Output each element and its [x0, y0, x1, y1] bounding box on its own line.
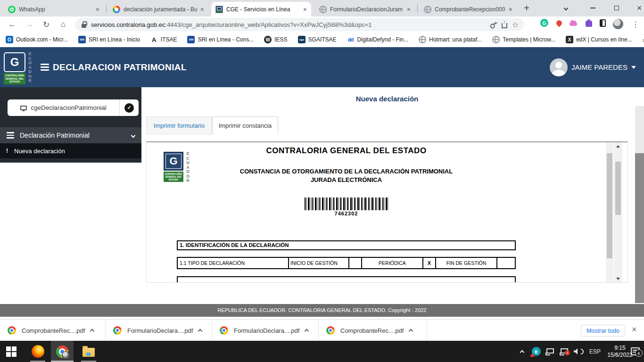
- tab-close-icon[interactable]: ×: [96, 6, 99, 13]
- tab-comprobante-pdf[interactable]: ComprobanteRecepcion0005 ×: [420, 2, 517, 16]
- tab-search-chevron-icon[interactable]: [556, 0, 575, 16]
- document-title: CONTRALORIA GENERAL DEL ESTADO: [177, 146, 516, 156]
- tab-imprimir-formulario[interactable]: Imprimir formulario: [146, 116, 212, 134]
- app-title: DECLARACION PATRIMONIAL: [53, 62, 187, 73]
- preview-outer-scrollbar[interactable]: [606, 142, 613, 283]
- extensions-puzzle-icon[interactable]: [586, 20, 592, 27]
- bookmark-star-icon[interactable]: ☆: [512, 20, 519, 29]
- tray-expand-chevron-icon[interactable]: [515, 341, 529, 362]
- bookmark-iess[interactable]: WIESS: [264, 36, 287, 43]
- scroll-down-arrow-icon[interactable]: [616, 278, 620, 280]
- chevron-up-icon[interactable]: [305, 329, 309, 334]
- tab-close-icon[interactable]: ×: [200, 6, 204, 13]
- tab-imprimir-constancia[interactable]: Imprimir constancia: [212, 116, 278, 134]
- chevron-up-icon[interactable]: [90, 329, 95, 334]
- menu-dots-icon[interactable]: ⋮: [632, 20, 639, 29]
- pin-extension-icon[interactable]: [556, 20, 562, 26]
- pdf-preview[interactable]: G CONTRALORÍA GENERAL DEL ESTADO ECUADOR…: [146, 141, 628, 283]
- pc-alert-icon[interactable]: !: [557, 341, 571, 362]
- scrollbar-thumb[interactable]: [607, 153, 612, 258]
- user-menu[interactable]: JAIME PAREDES: [571, 63, 636, 71]
- bookmark-itsae[interactable]: AITSAE: [150, 36, 177, 43]
- tab-title: FormularioDeclaracionJuram: [330, 6, 404, 13]
- downloads-bar: ComprobanteRec....pdf FormularioDeclara.…: [0, 319, 644, 341]
- password-key-icon[interactable]: [488, 19, 498, 30]
- tab-title: ComprobanteRecepcion0005: [435, 6, 505, 13]
- download-item[interactable]: ComprobanteRec....pdf: [0, 320, 106, 341]
- tab-close-icon[interactable]: ×: [303, 6, 307, 13]
- tab-title: WhatsApp: [19, 6, 92, 13]
- scroll-up-arrow-icon[interactable]: [616, 145, 620, 148]
- taskbar-explorer[interactable]: [77, 341, 100, 362]
- scrollbar-thumb[interactable]: [615, 162, 621, 215]
- cge-logo-country-label: ECUADOR: [27, 52, 33, 83]
- app-selector-confirm[interactable]: ✓: [120, 99, 139, 116]
- tab-title: CGE - Servicios en Línea: [226, 6, 300, 13]
- downloads-close-icon[interactable]: ×: [632, 325, 637, 335]
- pdf-scrollbar[interactable]: [614, 142, 622, 283]
- restore-button[interactable]: [607, 0, 626, 16]
- sidebar-item-declaracion-patrimonial[interactable]: Declaración Patrimonial: [0, 127, 141, 143]
- tab-close-icon[interactable]: ×: [407, 6, 411, 13]
- address-bar[interactable]: servicios.contraloria.gob.ec:4443/cge_ar…: [75, 18, 524, 31]
- sidebar-subitem-label: Nueva declaración: [14, 148, 65, 155]
- globe-icon: [319, 6, 327, 13]
- home-icon[interactable]: ⌂: [57, 18, 70, 31]
- tab-separator: [417, 5, 418, 12]
- checkbox-inicio-gestion: [348, 258, 361, 268]
- language-indicator[interactable]: ESP: [586, 341, 603, 362]
- eset-tray-icon[interactable]: e: [529, 341, 543, 362]
- bookmark-hotmart[interactable]: Hotmart: una plataf...: [419, 36, 482, 43]
- reader-mode-icon[interactable]: [600, 19, 606, 27]
- download-item[interactable]: ComprobanteRec....pdf: [319, 320, 427, 341]
- taskbar-chrome-active[interactable]: [51, 341, 74, 362]
- bookmark-digitaldefynd[interactable]: ddDigitalDefynd - Fin...: [347, 36, 409, 43]
- window-close-button[interactable]: ×: [630, 0, 644, 16]
- action-center-icon[interactable]: 4: [626, 341, 644, 362]
- chevron-up-icon[interactable]: [409, 329, 413, 334]
- sidebar-menu-label: Declaración Patrimonial: [20, 132, 90, 139]
- share-icon[interactable]: [501, 21, 508, 28]
- bookmark-sri-inicio[interactable]: SRISRI en Línea - Inicio: [78, 36, 140, 43]
- bookmark-sgaitsae[interactable]: sgaSGAITSAE: [298, 36, 337, 43]
- show-all-button[interactable]: Mostrar todo: [581, 325, 625, 337]
- bookmarks-bar: OOutlook.com - Micr... SRISRI en Línea -…: [0, 32, 644, 47]
- reload-icon[interactable]: ↻: [40, 18, 53, 31]
- tab-formulario-pdf[interactable]: FormularioDeclaracionJuram ×: [315, 2, 415, 16]
- chevron-up-icon[interactable]: [198, 329, 203, 334]
- profile-avatar[interactable]: [613, 19, 623, 29]
- network-icon[interactable]: [543, 341, 557, 362]
- tab-separator: [106, 5, 107, 12]
- cloud-extension-icon[interactable]: [570, 20, 577, 26]
- window-scrollbar[interactable]: [635, 106, 644, 303]
- app-selector[interactable]: cgeDeclaracionPatrimonial ✓: [8, 99, 139, 116]
- minimize-button[interactable]: [583, 0, 602, 16]
- hamburger-icon[interactable]: [41, 64, 49, 71]
- google-icon: [113, 6, 120, 13]
- exclamation-icon: !: [0, 148, 14, 154]
- grammarly-extension-icon[interactable]: G: [540, 19, 548, 27]
- tab-close-icon[interactable]: ×: [509, 6, 512, 13]
- itsae-icon: A: [150, 36, 158, 43]
- scrollbar-thumb[interactable]: [635, 153, 644, 303]
- start-button[interactable]: [0, 341, 23, 362]
- download-item[interactable]: FormularioDeclara....pdf: [212, 320, 319, 341]
- bookmark-templates[interactable]: Templates | Microw...: [492, 36, 555, 43]
- tab-google-search[interactable]: declaración juramentada - Bu ×: [108, 2, 208, 16]
- new-tab-button[interactable]: +: [519, 0, 535, 16]
- taskbar-firefox[interactable]: [26, 341, 49, 362]
- tab-whatsapp[interactable]: WhatsApp ×: [4, 2, 104, 16]
- tab-cge-active[interactable]: CGE - Servicios en Línea ×: [211, 2, 311, 16]
- user-avatar[interactable]: [550, 58, 568, 76]
- caret-down-icon: [631, 66, 636, 69]
- forward-icon[interactable]: →: [23, 18, 36, 31]
- bookmark-edx[interactable]: XedX | Cursos en líne...: [566, 36, 632, 43]
- sidebar-item-nueva-declaracion[interactable]: ! Nueva declaración: [0, 143, 141, 158]
- bookmark-sri-consultas[interactable]: SRISRI en Línea - Cons...: [187, 36, 254, 43]
- url-text[interactable]: servicios.contraloria.gob.ec:4443/cge_ar…: [91, 21, 485, 28]
- back-icon[interactable]: ←: [6, 18, 19, 31]
- download-item[interactable]: FormularioDeclara....pdf: [106, 320, 212, 341]
- download-filename: ComprobanteRec....pdf: [340, 327, 404, 334]
- speaker-icon[interactable]: [571, 341, 586, 362]
- bookmark-outlook[interactable]: OOutlook.com - Micr...: [6, 36, 68, 43]
